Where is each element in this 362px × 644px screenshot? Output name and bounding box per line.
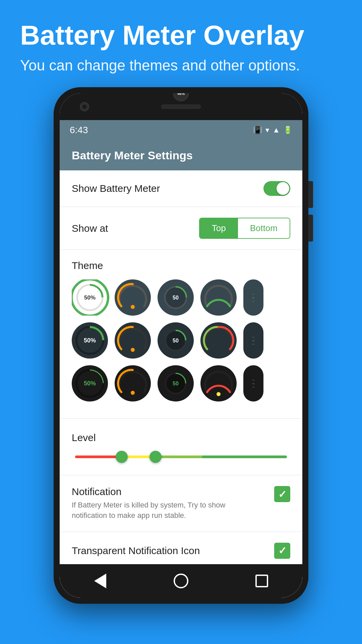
theme-item-1[interactable]: 50% [72,279,108,316]
status-icons: 📳 ▾ ▲ 🔋 [253,126,292,135]
svg-text:50: 50 [252,340,254,342]
header-title: Battery Meter Overlay [20,20,342,50]
signal-icon: ▲ [273,126,280,135]
svg-text:50: 50 [173,381,179,386]
svg-text:46%: 46% [177,93,185,96]
nav-home-button[interactable] [171,571,191,591]
speaker-icon [161,104,201,109]
status-bar: 6:43 📳 ▾ ▲ 🔋 [60,120,302,140]
phone-screen: 46% 6:43 📳 ▾ ▲ 🔋 Battery Meter Settings [60,93,302,598]
svg-text:•••: ••• [252,293,254,295]
nav-recents-button[interactable] [252,571,272,591]
theme-item-6[interactable]: 50% [72,322,108,359]
notification-row: Notification If Battery Meter is killed … [60,475,302,532]
theme-label: Theme [72,260,290,271]
svg-text:50: 50 [173,295,179,301]
svg-text:50: 50 [252,383,254,385]
theme-section: Theme 50% [60,250,302,419]
show-at-label: Show at [72,223,108,234]
svg-text:•••: ••• [252,343,254,345]
theme-row-2: 50% [72,322,290,359]
show-battery-meter-label: Show Battery Meter [72,183,160,194]
level-slider[interactable] [75,455,287,458]
nav-bar [60,564,302,598]
phone-outer: 46% 6:43 📳 ▾ ▲ 🔋 Battery Meter Settings [54,87,308,604]
theme-item-8[interactable]: 50 [158,322,194,359]
svg-text:•••: ••• [252,379,254,381]
theme-item-12[interactable] [115,365,151,401]
svg-point-45 [217,392,221,396]
theme-item-4[interactable] [200,279,237,316]
header-subtitle: You can change themes and other options. [20,57,342,74]
svg-text:•••: ••• [252,300,254,302]
svg-text:50%: 50% [84,294,96,301]
theme-row-3: 50% [72,365,290,401]
svg-text:•••: ••• [252,386,254,388]
theme-item-3[interactable]: 50 [158,279,194,316]
theme-item-14[interactable] [200,365,237,401]
show-at-row: Show at Top Bottom [60,207,302,250]
theme-item-11[interactable]: 50% [72,365,108,401]
notification-checkbox[interactable] [274,486,290,502]
toggle-knob [277,182,289,195]
volume-button-top[interactable] [308,181,313,208]
phone-hardware-bar: 46% [60,93,302,120]
slider-thumb-2[interactable] [149,451,162,463]
svg-text:50: 50 [173,338,179,343]
notification-desc: If Battery Meter is killed by system, Tr… [72,500,233,521]
svg-text:50: 50 [252,297,254,299]
back-icon [94,574,106,588]
header: Battery Meter Overlay You can change the… [0,0,362,87]
app-bar: Battery Meter Settings [60,140,302,170]
theme-item-13[interactable]: 50 [158,365,194,401]
svg-point-9 [131,305,135,309]
theme-row-1: 50% [72,279,290,316]
transparent-notification-checkbox[interactable] [274,543,290,559]
theme-item-5[interactable]: ••• 50 ••• [243,279,263,316]
show-at-group: Top Bottom [199,218,290,239]
svg-text:•••: ••• [252,336,254,338]
status-time: 6:43 [70,125,88,136]
home-icon [174,574,188,588]
app-bar-title: Battery Meter Settings [72,149,193,162]
theme-item-10[interactable]: ••• 50 ••• [243,322,263,359]
battery-ring-overlay: 46% [168,93,194,103]
phone-mockup: 46% 6:43 📳 ▾ ▲ 🔋 Battery Meter Settings [54,87,308,617]
svg-text:50%: 50% [84,337,96,344]
theme-item-9[interactable] [200,322,237,359]
theme-item-2[interactable] [115,279,151,316]
level-label: Level [72,432,290,443]
svg-point-39 [131,391,135,395]
wifi-icon: ▾ [265,126,269,135]
svg-point-24 [131,348,135,352]
transparent-notification-label: Transparent Notification Icon [72,545,200,556]
svg-text:50%: 50% [84,380,96,387]
show-at-top-button[interactable]: Top [200,218,238,238]
nav-back-button[interactable] [90,571,110,591]
show-battery-meter-row: Show Battery Meter [60,170,302,207]
theme-item-7[interactable] [115,322,151,359]
vibrate-icon: 📳 [253,126,262,135]
settings-content: Show Battery Meter Show at Top Bottom Th… [60,170,302,578]
recents-icon [255,575,268,587]
slider-thumb-1[interactable] [116,451,128,463]
notification-label: Notification [72,486,233,497]
show-at-bottom-button[interactable]: Bottom [238,218,290,238]
theme-item-15[interactable]: ••• 50 ••• [243,365,263,401]
show-battery-meter-toggle[interactable] [263,181,290,196]
level-section: Level [60,419,302,475]
notification-text: Notification If Battery Meter is killed … [72,486,233,521]
camera-icon [80,102,89,111]
volume-button-mid[interactable] [308,215,313,241]
battery-icon: 🔋 [283,126,292,135]
